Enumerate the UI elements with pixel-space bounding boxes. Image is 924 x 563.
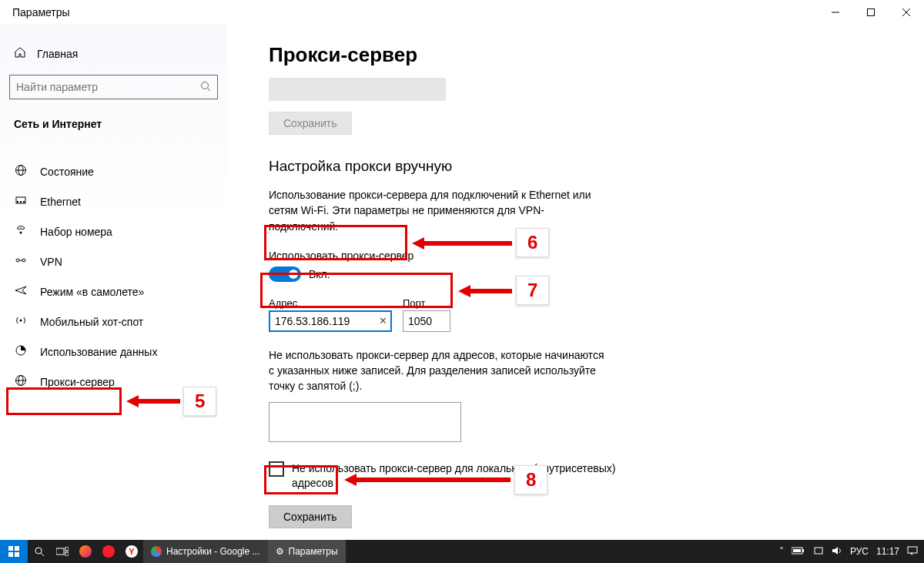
address-label: Адрес: [269, 297, 392, 309]
search-box[interactable]: [9, 75, 218, 99]
sidebar-item-airplane[interactable]: Режим «в самолете»: [0, 276, 227, 307]
svg-rect-44: [908, 547, 917, 553]
clear-icon[interactable]: ✕: [379, 315, 387, 327]
sidebar-item-hotspot[interactable]: Мобильный хот-спот: [0, 307, 227, 337]
sidebar-item-vpn[interactable]: VPN: [0, 246, 227, 276]
local-bypass-checkbox[interactable]: [269, 461, 284, 477]
svg-marker-43: [832, 547, 838, 555]
svg-rect-32: [8, 552, 13, 557]
sidebar-item-dialup[interactable]: Набор номера: [0, 216, 227, 246]
taskbar-app-opera[interactable]: [97, 540, 120, 563]
vpn-icon: [14, 254, 28, 269]
bypass-textarea[interactable]: [269, 402, 461, 442]
svg-point-17: [20, 320, 22, 322]
taskbar-app-yandex[interactable]: Y: [120, 540, 143, 563]
sidebar-item-label: Состояние: [40, 166, 94, 178]
save-button-disabled: Сохранить: [269, 112, 352, 135]
svg-rect-10: [17, 201, 18, 203]
proxy-icon: [14, 374, 28, 389]
minimize-button[interactable]: [818, 0, 853, 25]
sidebar-home[interactable]: Главная: [9, 40, 218, 67]
bypass-description: Не использовать прокси-сервер для адресо…: [269, 347, 608, 394]
gear-icon: ⚙: [276, 546, 284, 557]
sidebar-section-title: Сеть и Интернет: [9, 113, 218, 141]
use-proxy-toggle[interactable]: [269, 266, 301, 282]
address-input[interactable]: [269, 310, 392, 332]
window-titlebar: Параметры: [0, 0, 924, 25]
sidebar-item-label: Мобильный хот-спот: [40, 316, 143, 328]
svg-line-5: [208, 88, 211, 91]
sidebar-item-label: Использование данных: [40, 346, 157, 358]
taskbar-task-settings[interactable]: ⚙ Параметры: [268, 540, 346, 563]
search-input[interactable]: [16, 81, 200, 93]
sidebar-home-label: Главная: [37, 48, 78, 60]
sidebar-item-proxy[interactable]: Прокси-сервер: [0, 367, 227, 397]
chrome-icon: [151, 546, 162, 557]
svg-point-13: [20, 232, 22, 234]
proxy-fields: Адрес ✕ Порт: [269, 297, 924, 332]
save-button[interactable]: Сохранить: [269, 505, 352, 528]
sidebar-item-label: VPN: [40, 256, 62, 268]
window-title: Параметры: [12, 6, 70, 18]
taskbar-task-chrome[interactable]: Настройки - Google ...: [143, 540, 268, 563]
svg-line-35: [41, 553, 44, 556]
svg-rect-30: [8, 546, 13, 551]
sidebar: Главная Сеть и Интернет Состояние Ethern…: [0, 25, 227, 540]
sidebar-item-data-usage[interactable]: Использование данных: [0, 337, 227, 367]
hotspot-icon: [14, 314, 28, 329]
data-usage-icon: [14, 344, 28, 359]
port-input[interactable]: [403, 310, 450, 332]
svg-point-34: [35, 548, 42, 554]
tray-clock[interactable]: 11:17: [876, 546, 899, 557]
manual-proxy-heading: Настройка прокси вручную: [269, 158, 924, 175]
sidebar-item-label: Прокси-сервер: [40, 376, 115, 388]
use-proxy-label: Использовать прокси-сервер: [269, 250, 924, 262]
svg-rect-36: [56, 548, 64, 555]
sidebar-item-label: Ethernet: [40, 196, 81, 208]
maximize-button[interactable]: [853, 0, 889, 25]
svg-rect-33: [15, 552, 19, 557]
sidebar-item-ethernet[interactable]: Ethernet: [0, 186, 227, 216]
page-title: Прокси-сервер: [269, 43, 924, 67]
globe-icon: [14, 164, 28, 179]
taskbar-task-label: Параметры: [289, 546, 338, 557]
local-bypass-label: Не использовать прокси-сервер для локаль…: [292, 461, 623, 491]
port-label: Порт: [403, 297, 450, 309]
tray-notifications-icon[interactable]: [907, 545, 918, 558]
svg-rect-31: [15, 546, 19, 551]
svg-rect-38: [65, 552, 69, 556]
svg-rect-42: [815, 548, 822, 554]
svg-rect-12: [23, 201, 25, 203]
svg-rect-11: [20, 201, 22, 203]
start-button[interactable]: [0, 540, 28, 563]
tray-network-icon[interactable]: [813, 545, 824, 558]
use-proxy-block: Использовать прокси-сервер Вкл.: [269, 248, 924, 283]
tray-battery-icon[interactable]: [792, 546, 805, 557]
search-icon: [200, 81, 211, 94]
taskbar-app-firefox[interactable]: [74, 540, 97, 563]
tray-volume-icon[interactable]: [832, 545, 842, 558]
taskbar-taskview-icon[interactable]: [51, 540, 74, 563]
taskbar-task-label: Настройки - Google ...: [166, 546, 260, 557]
manual-proxy-description: Использование прокси-сервера для подключ…: [269, 187, 608, 234]
sidebar-item-label: Режим «в самолете»: [40, 286, 144, 298]
svg-rect-41: [793, 549, 801, 552]
taskbar-search-icon[interactable]: [28, 540, 51, 563]
ethernet-icon: [14, 194, 28, 209]
svg-rect-1: [868, 9, 875, 16]
tray-chevron-icon[interactable]: ˄: [779, 546, 784, 557]
svg-rect-40: [802, 549, 804, 552]
disabled-script-field: [269, 78, 446, 101]
sidebar-item-status[interactable]: Состояние: [0, 156, 227, 186]
svg-point-15: [22, 259, 25, 262]
home-icon: [14, 46, 26, 61]
toggle-state-label: Вкл.: [309, 268, 330, 280]
sidebar-item-label: Набор номера: [40, 226, 112, 238]
main-content: Прокси-сервер Сохранить Настройка прокси…: [227, 25, 924, 540]
close-button[interactable]: [889, 0, 924, 25]
dialup-icon: [14, 224, 28, 239]
taskbar: Y Настройки - Google ... ⚙ Параметры ˄ Р…: [0, 540, 924, 563]
svg-point-14: [16, 259, 19, 262]
tray-language[interactable]: РУС: [850, 546, 869, 557]
airplane-icon: [14, 284, 28, 299]
